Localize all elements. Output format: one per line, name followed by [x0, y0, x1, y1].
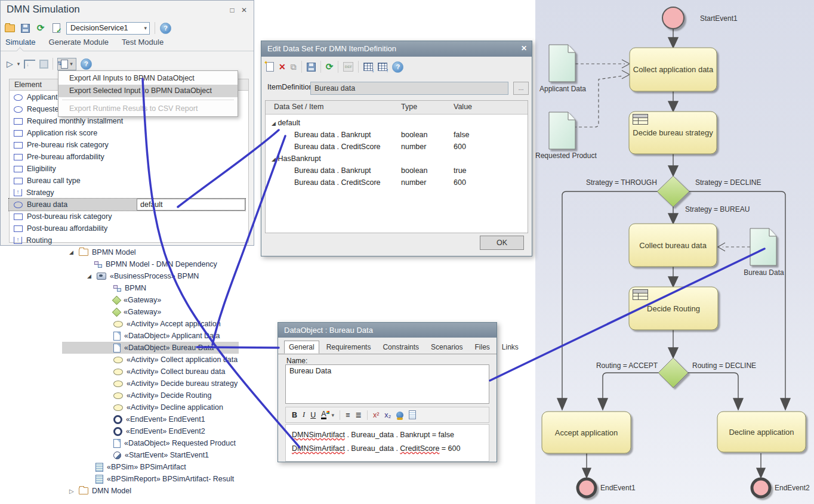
- tree-item[interactable]: «EndEvent» EndEvent1: [113, 413, 205, 425]
- chevron-down-icon[interactable]: ▾: [332, 412, 335, 418]
- validate-icon[interactable]: ✓: [51, 23, 61, 33]
- subscript-icon[interactable]: x₂: [384, 411, 391, 419]
- tree-item[interactable]: ▷DMN Model: [69, 485, 131, 497]
- underline-icon[interactable]: U: [310, 411, 316, 419]
- element-row[interactable]: Application risk score: [9, 127, 245, 139]
- tree-item[interactable]: «Activity» Decide Routing: [113, 389, 211, 401]
- superscript-icon[interactable]: x²: [373, 411, 379, 419]
- element-row[interactable]: Pre-bureau risk category: [9, 139, 245, 151]
- element-row[interactable]: Eligibility: [9, 163, 245, 175]
- expander-open-icon[interactable]: ◢: [69, 249, 75, 255]
- menu-item-export-selected-input[interactable]: Export Selected Input to BPMN DataObject: [58, 85, 238, 97]
- help-icon[interactable]: ?: [160, 23, 171, 34]
- help-icon[interactable]: ?: [81, 58, 92, 70]
- tree-item[interactable]: «DataObject» Requested Product: [113, 437, 236, 449]
- notes-field[interactable]: DMNSimArtifact . Bureau_data . Bankrupt …: [285, 424, 489, 462]
- help-icon[interactable]: ?: [392, 61, 403, 73]
- table-row[interactable]: Bureau data . Bankruptbooleantrue: [266, 165, 528, 177]
- step-icon[interactable]: ↓: [24, 60, 35, 69]
- tree-item[interactable]: «Gateway»: [113, 306, 161, 318]
- tree-item[interactable]: «Activity» Decide bureau strategy: [113, 378, 238, 389]
- tab-test-module[interactable]: Test Module: [122, 38, 164, 47]
- activity-decide-bureau-strategy[interactable]: Decide bureau strategy: [629, 112, 717, 154]
- font-color-icon[interactable]: A: [321, 411, 326, 419]
- import-csv-icon[interactable]: ↓: [363, 63, 373, 71]
- element-row[interactable]: Post-bureau affordability: [9, 222, 245, 234]
- column-dataset-item[interactable]: Data Set / Item: [274, 103, 323, 111]
- tab-scenarios[interactable]: Scenarios: [426, 341, 467, 354]
- tree-item[interactable]: «Activity» Accept application: [113, 318, 221, 330]
- maximize-button[interactable]: □: [227, 5, 237, 15]
- tree-item[interactable]: «BPSim» BPSimArtifact: [95, 461, 186, 473]
- tree-item[interactable]: ◢«BusinessProcess» BPMN: [87, 270, 199, 282]
- browse-button[interactable]: ...: [513, 82, 529, 95]
- activity-decide-routing[interactable]: Decide Routing: [629, 287, 718, 330]
- default-dataset-icon[interactable]: DEF: [343, 62, 353, 72]
- activity-collect-bureau-data[interactable]: Collect bureau data: [629, 224, 717, 267]
- refresh-icon[interactable]: ⟳: [35, 23, 46, 33]
- column-type[interactable]: Type: [401, 103, 417, 111]
- expander-open-icon[interactable]: ◢: [272, 120, 276, 126]
- menu-item-export-all-inputs[interactable]: Export All Inputs to BPMN DataObject: [58, 72, 238, 85]
- tree-item[interactable]: «EndEvent» EndEvent2: [113, 425, 205, 437]
- tree-item-selected[interactable]: «DataObject» Bureau Data: [113, 342, 214, 354]
- tree-item[interactable]: «Activity» Decline application: [113, 401, 223, 413]
- run-options-caret[interactable]: ▾: [17, 61, 20, 67]
- new-dataset-icon[interactable]: ✦: [266, 62, 274, 72]
- bullet-list-icon[interactable]: ≡: [346, 411, 350, 419]
- column-value[interactable]: Value: [454, 103, 472, 111]
- element-row[interactable]: ↑Strategy: [9, 187, 245, 199]
- tab-links[interactable]: Links: [497, 341, 523, 354]
- table-group-row[interactable]: ◢ HasBankrupt: [266, 153, 528, 165]
- insert-document-icon[interactable]: [409, 410, 416, 419]
- tree-item[interactable]: BPMN: [113, 282, 146, 294]
- tree-item[interactable]: ◢BPMN Model: [69, 246, 136, 258]
- ok-button[interactable]: OK: [480, 236, 524, 250]
- run-icon[interactable]: ▷: [7, 59, 13, 69]
- refresh-icon[interactable]: ⟳: [326, 61, 334, 72]
- close-button[interactable]: ✕: [239, 5, 249, 15]
- table-group-row[interactable]: ◢ default: [266, 118, 528, 129]
- save-icon[interactable]: [307, 63, 316, 72]
- tree-item[interactable]: «Gateway»: [113, 294, 161, 306]
- element-row[interactable]: Bureau call type: [9, 175, 245, 187]
- tab-simulate[interactable]: Simulate: [5, 38, 36, 47]
- tab-general[interactable]: General: [284, 341, 319, 354]
- export-csv-icon[interactable]: ↑: [378, 63, 387, 71]
- numbered-list-icon[interactable]: ≣: [355, 410, 361, 419]
- tree-item[interactable]: BPMN Model - DMN Dependency: [94, 258, 217, 270]
- table-row[interactable]: Bureau data . Bankruptbooleanfalse: [266, 129, 528, 141]
- table-row[interactable]: Bureau data . CreditScorenumber600: [266, 141, 528, 153]
- copy-dataset-icon[interactable]: ⧉: [291, 62, 297, 72]
- close-icon[interactable]: ✕: [521, 44, 527, 52]
- bold-icon[interactable]: B: [292, 411, 297, 419]
- activity-decline-application[interactable]: Decline application: [717, 412, 806, 452]
- expander-closed-icon[interactable]: ▷: [69, 488, 75, 494]
- element-row-selected[interactable]: Bureau data: [9, 199, 245, 211]
- element-row[interactable]: Post-bureau risk category: [9, 211, 245, 222]
- tab-generate-module[interactable]: Generate Module: [49, 38, 109, 47]
- tree-item[interactable]: «Activity» Collect application data: [113, 354, 238, 366]
- activity-collect-application-data[interactable]: Collect application data: [630, 48, 717, 91]
- tab-files[interactable]: Files: [470, 341, 494, 354]
- element-row[interactable]: Required monthly installment: [9, 115, 245, 127]
- activity-accept-application[interactable]: Accept application: [542, 412, 631, 453]
- italic-icon[interactable]: I: [303, 410, 305, 419]
- decision-service-combo[interactable]: DecisionService1▾: [66, 22, 150, 35]
- table-row[interactable]: Bureau data . CreditScorenumber600: [266, 177, 528, 189]
- tree-item[interactable]: «DataObject» Applicant Data: [113, 330, 220, 342]
- delete-dataset-icon[interactable]: ✕: [279, 62, 286, 72]
- tree-item[interactable]: «Activity» Collect bureau data: [113, 366, 225, 378]
- stop-icon[interactable]: [39, 60, 48, 69]
- element-row[interactable]: ↑Routing: [9, 234, 245, 246]
- tree-item[interactable]: «StartEvent» StartEvent1: [113, 449, 209, 461]
- tab-requirements[interactable]: Requirements: [322, 341, 376, 354]
- save-icon[interactable]: [20, 23, 30, 33]
- hyperlink-icon[interactable]: [396, 412, 403, 419]
- tree-item[interactable]: «BPSimReport» BPSimArtifact- Result: [95, 473, 234, 485]
- expander-open-icon[interactable]: ◢: [272, 156, 276, 162]
- item-definition-field[interactable]: Bureau data: [310, 82, 508, 95]
- tab-constraints[interactable]: Constraints: [378, 341, 424, 354]
- element-row[interactable]: Pre-bureau affordability: [9, 151, 245, 163]
- expander-open-icon[interactable]: ◢: [87, 273, 93, 279]
